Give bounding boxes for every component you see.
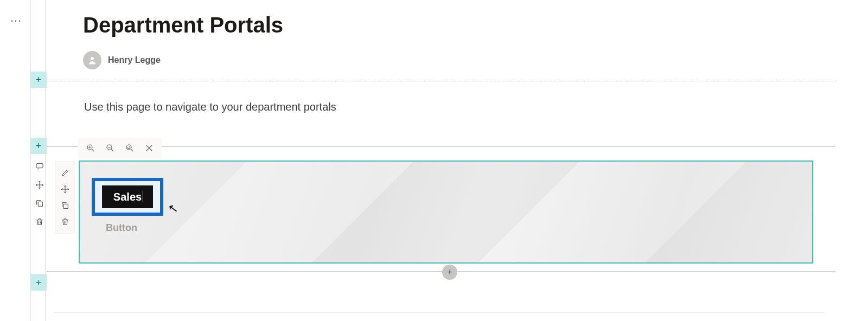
svg-rect-2 [63, 204, 68, 208]
delete-icon[interactable] [34, 216, 46, 228]
move-icon[interactable] [59, 183, 71, 195]
move-icon[interactable] [34, 179, 46, 191]
delete-icon[interactable] [59, 216, 71, 228]
add-section-button[interactable]: + [30, 274, 47, 291]
section-bottom-line [47, 271, 835, 272]
section-toolbar [33, 160, 47, 228]
comment-icon[interactable] [34, 160, 46, 172]
edit-icon[interactable] [59, 167, 71, 179]
add-section-button[interactable]: + [30, 72, 47, 88]
intro-text[interactable]: Use this page to navigate to your depart… [84, 101, 336, 113]
add-section-button[interactable]: + [30, 138, 47, 154]
svg-point-3 [91, 57, 94, 60]
section-top-line [47, 146, 835, 147]
close-icon[interactable] [142, 141, 156, 155]
svg-point-6 [126, 145, 131, 150]
button-webpart[interactable]: Sales Button [79, 160, 813, 264]
svg-rect-1 [38, 202, 42, 206]
page-title: Department Portals [83, 13, 283, 37]
zoom-reset-icon[interactable] [123, 141, 137, 155]
text-caret [143, 191, 143, 203]
page-author[interactable]: Henry Legge [83, 51, 161, 69]
duplicate-icon[interactable] [59, 200, 71, 211]
button-placeholder[interactable]: Button [106, 222, 137, 234]
page-more-ellipsis[interactable]: … [10, 15, 23, 21]
zoom-in-icon[interactable] [84, 141, 98, 155]
zoom-out-icon[interactable] [103, 141, 117, 155]
header-separator [47, 81, 835, 81]
footer-line [54, 312, 825, 313]
add-webpart-button[interactable]: + [442, 265, 457, 280]
webpart-toolbar [56, 162, 74, 233]
button-edit-selection[interactable]: Sales [92, 178, 163, 216]
webpart-zoom-toolbar [78, 138, 162, 158]
svg-rect-0 [36, 164, 43, 168]
duplicate-icon[interactable] [34, 197, 46, 209]
webpart-background [80, 162, 812, 262]
avatar-icon [83, 51, 101, 69]
button-label-input[interactable]: Sales [113, 191, 142, 203]
author-name: Henry Legge [108, 55, 161, 65]
